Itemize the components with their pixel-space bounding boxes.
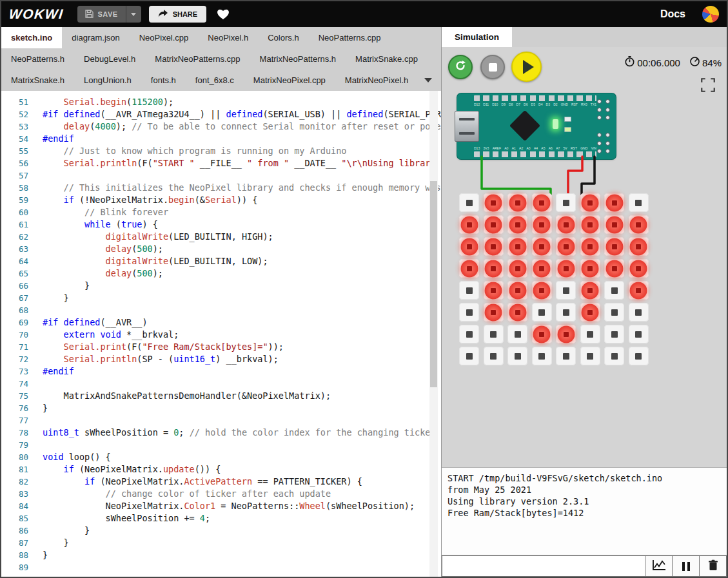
neopixel-led-on	[556, 215, 576, 234]
neopixel-led-on	[532, 325, 552, 343]
serial-line: START /tmp/build-V9FSvG/sketch/sketch.in…	[448, 472, 721, 484]
user-avatar[interactable]	[702, 6, 719, 23]
share-button[interactable]: SHARE	[149, 6, 207, 23]
neopixel-led-off	[580, 325, 600, 343]
neopixel-led-on	[484, 215, 504, 234]
file-tab-MatrixNeoPatterns.cpp[interactable]: MatrixNeoPatterns.cpp	[145, 48, 250, 70]
file-tab-NeoPatterns.h[interactable]: NeoPatterns.h	[1, 48, 74, 70]
save-dropdown-button[interactable]	[126, 6, 141, 23]
neopixel-led-on	[580, 259, 600, 278]
code-line: 56 Serial.println(F("START " __FILE__ " …	[1, 157, 441, 169]
icsp-header-top[interactable]	[597, 99, 611, 120]
line-number: 69	[1, 316, 28, 329]
stop-simulation-button[interactable]	[480, 55, 505, 79]
file-tab-font_6x8.c[interactable]: font_6x8.c	[186, 70, 244, 91]
restart-icon	[454, 59, 467, 75]
neopixel-led-on	[507, 259, 527, 278]
file-tab-diagram.json[interactable]: diagram.json	[62, 27, 129, 48]
serial-monitor[interactable]: START /tmp/build-V9FSvG/sketch/sketch.in…	[442, 467, 727, 555]
code-line: 68	[1, 304, 441, 316]
more-files-chevron-icon[interactable]	[424, 78, 432, 86]
cpu-load-value: 84%	[702, 57, 722, 68]
neopixel-led-on	[580, 237, 600, 256]
line-number: 88	[1, 549, 28, 561]
line-number: 61	[1, 218, 28, 231]
sponsor-heart-icon[interactable]	[217, 8, 230, 20]
code-line: 64 digitalWrite(LED_BUILTIN, LOW);	[1, 255, 441, 267]
pin-labels-top: D12D11D10D9D8D7D6D5D4D3D2GNDRSTRX0TX1	[474, 102, 596, 106]
pin-header-bottom[interactable]	[474, 151, 596, 157]
line-number: 84	[1, 500, 28, 512]
code-line: 65 delay(500);	[1, 267, 441, 280]
file-tab-MatrixSnake.h[interactable]: MatrixSnake.h	[1, 70, 74, 91]
neopixel-led-on	[484, 303, 504, 322]
file-tab-NeoPixel.h[interactable]: NeoPixel.h	[198, 27, 258, 48]
tab-simulation[interactable]: Simulation	[442, 27, 512, 47]
wokwi-app: WOKWI SAVE SHARE Docs s	[0, 0, 728, 578]
neopixel-led-off	[629, 193, 649, 212]
neopixel-led-on	[604, 215, 624, 234]
simulation-pane: Simulation	[442, 27, 727, 577]
topbar: WOKWI SAVE SHARE Docs	[1, 1, 727, 27]
serial-line: from May 25 2021	[448, 484, 721, 496]
line-number: 65	[1, 267, 28, 280]
file-tab-Colors.h[interactable]: Colors.h	[258, 27, 308, 48]
simulation-timer: 00:06.000	[637, 57, 680, 68]
code-line: 61 while (true) {	[1, 218, 441, 231]
floppy-disk-icon	[85, 10, 93, 19]
code-line: 81 if (NeoPixelMatrix.update()) {	[1, 463, 441, 476]
wire-black[interactable]	[582, 157, 595, 195]
clear-serial-button[interactable]	[700, 555, 727, 577]
restart-simulation-button[interactable]	[448, 55, 473, 79]
play-simulation-button[interactable]	[511, 52, 542, 82]
code-editor[interactable]: 51 Serial.begin(115200);52#if defined(__…	[1, 91, 441, 577]
file-tab-sketch.ino[interactable]: sketch.ino	[1, 27, 62, 48]
file-tab-DebugLevel.h[interactable]: DebugLevel.h	[74, 48, 145, 70]
line-number: 79	[1, 439, 28, 451]
simulation-status: 00:06.000 84%	[624, 56, 722, 69]
file-tab-NeoPixel.cpp[interactable]: NeoPixel.cpp	[130, 27, 199, 48]
simulation-canvas: 00:06.000 84% D12D11D10D9D8D7D6D5D4D3D2G…	[442, 47, 727, 467]
editor-scrollbar-thumb[interactable]	[430, 181, 437, 387]
file-tab-fonts.h[interactable]: fonts.h	[141, 70, 186, 91]
file-tab-LongUnion.h[interactable]: LongUnion.h	[74, 70, 141, 91]
fullscreen-button[interactable]	[700, 77, 716, 93]
serial-plotter-button[interactable]	[645, 555, 673, 577]
wire-green[interactable]	[482, 157, 551, 195]
code-line: 77	[1, 414, 441, 427]
code-line: 72 Serial.println(SP - (uint16_t) __brkv…	[1, 353, 441, 365]
line-number: 55	[1, 145, 28, 157]
code-line: 60 // Blink forever	[1, 206, 441, 218]
file-tab-MatrixNeoPixel.h[interactable]: MatrixNeoPixel.h	[335, 70, 418, 91]
line-number: 62	[1, 231, 28, 243]
save-button[interactable]: SAVE	[77, 6, 125, 23]
neopixel-led-off	[604, 325, 624, 343]
neopixel-led-on	[484, 193, 504, 212]
editor-scrollbar[interactable]	[429, 91, 438, 577]
pause-serial-button[interactable]	[673, 555, 700, 577]
line-number: 53	[1, 120, 28, 133]
icsp-header-bottom[interactable]	[597, 133, 611, 153]
code-line: 75 MatrixAndSnakePatternsDemoHandler(&Ne…	[1, 390, 441, 402]
wire-red[interactable]	[568, 157, 582, 195]
file-tab-MatrixNeoPixel.cpp[interactable]: MatrixNeoPixel.cpp	[244, 70, 335, 91]
play-icon	[523, 60, 534, 74]
docs-link[interactable]: Docs	[660, 8, 685, 20]
arduino-nano-board[interactable]: D12D11D10D9D8D7D6D5D4D3D2GNDRSTRX0TX1 D1…	[457, 93, 616, 159]
line-number: 57	[1, 169, 28, 182]
file-tab-NeoPatterns.cpp[interactable]: NeoPatterns.cpp	[309, 27, 391, 48]
code-line: 67 }	[1, 292, 441, 304]
serial-input-row	[442, 555, 727, 577]
file-tab-MatrixNeoPatterns.h[interactable]: MatrixNeoPatterns.h	[250, 48, 346, 70]
code-line: 85 sWheelPosition += 4;	[1, 512, 441, 525]
file-tab-MatrixSnake.cpp[interactable]: MatrixSnake.cpp	[346, 48, 428, 70]
neopixel-led-on	[484, 237, 504, 256]
neopixel-matrix[interactable]	[459, 193, 653, 369]
code-line: 82 if (NeoPixelMatrix.ActivePattern == P…	[1, 476, 441, 488]
neopixel-led-on	[580, 193, 600, 212]
pin-header-top[interactable]	[474, 95, 596, 101]
save-button-label: SAVE	[97, 10, 117, 18]
code-line: 52#if defined(__AVR_ATmega32U4__) || def…	[1, 108, 441, 120]
line-number: 70	[1, 329, 28, 341]
serial-input[interactable]	[442, 555, 645, 577]
